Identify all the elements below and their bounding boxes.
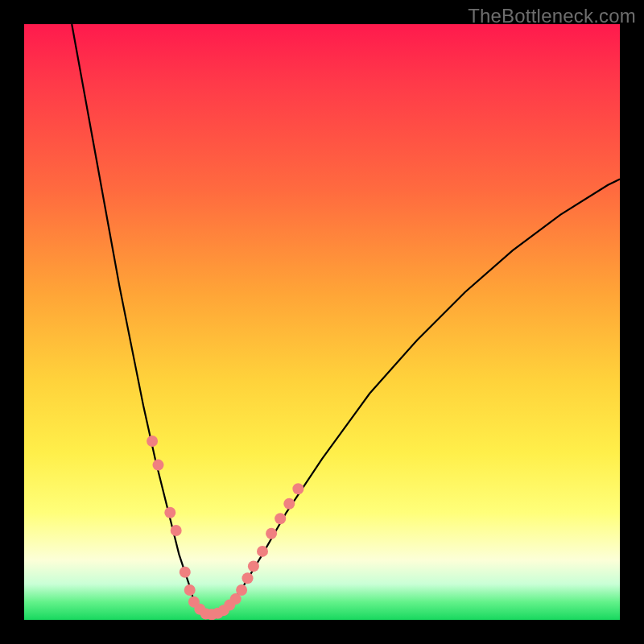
highlight-dot	[275, 513, 286, 524]
highlight-dots	[147, 436, 303, 620]
highlight-dot	[266, 528, 277, 539]
highlight-dot	[147, 436, 158, 447]
highlight-dot	[236, 584, 247, 596]
plot-area	[24, 24, 620, 620]
highlight-dot	[184, 584, 196, 596]
highlight-dot	[283, 498, 295, 510]
highlight-dot	[164, 507, 175, 518]
highlight-dot	[153, 460, 164, 471]
bottleneck-curve	[72, 24, 620, 614]
highlight-dot	[257, 546, 268, 557]
highlight-dot	[248, 560, 259, 572]
watermark-text: TheBottleneck.com	[468, 5, 636, 27]
highlight-dot	[171, 525, 182, 536]
highlight-dot	[180, 567, 191, 578]
curve-svg	[24, 24, 620, 620]
outer-frame: TheBottleneck.com	[0, 0, 644, 644]
highlight-dot	[292, 483, 303, 494]
highlight-dot	[242, 572, 254, 584]
